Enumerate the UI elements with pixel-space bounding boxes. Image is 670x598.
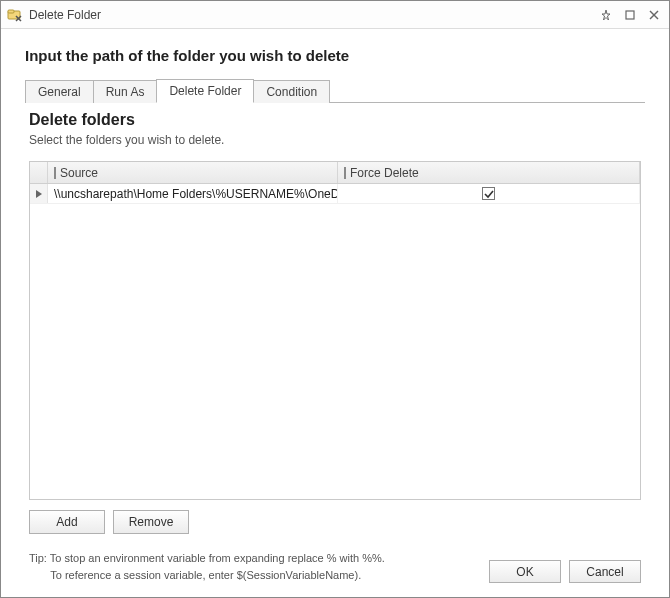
cell-force-delete[interactable]	[338, 184, 640, 203]
svg-rect-4	[626, 11, 634, 19]
grid-body[interactable]: \\uncsharepath\Home Folders\%USERNAME%\O…	[30, 184, 640, 499]
pin-icon[interactable]	[595, 6, 617, 24]
footer: Tip: To stop an environment variable fro…	[29, 550, 641, 583]
checkmark-icon	[484, 189, 494, 199]
window-title: Delete Folder	[29, 8, 593, 22]
table-row[interactable]: \\uncsharepath\Home Folders\%USERNAME%\O…	[30, 184, 640, 204]
tab-panel-delete-folder: Delete folders Select the folders you wi…	[25, 103, 645, 583]
column-header-force-delete-label: Force Delete	[350, 166, 419, 180]
add-button[interactable]: Add	[29, 510, 105, 534]
row-pointer-icon	[35, 190, 43, 198]
grid-button-row: Add Remove	[29, 510, 641, 534]
folders-grid: Source Force Delete \\uncsharepath\Home …	[29, 161, 641, 500]
row-indicator[interactable]	[30, 184, 48, 203]
folder-delete-icon	[7, 7, 23, 23]
maximize-icon[interactable]	[619, 6, 641, 24]
panel-description: Select the folders you wish to delete.	[29, 133, 641, 147]
ok-button[interactable]: OK	[489, 560, 561, 583]
column-grip-icon	[54, 167, 56, 179]
dialog-body: Input the path of the folder you wish to…	[1, 29, 669, 597]
column-header-force-delete[interactable]: Force Delete	[338, 162, 640, 183]
column-grip-icon	[344, 167, 346, 179]
tab-condition[interactable]: Condition	[253, 80, 330, 103]
tip-line-1: Tip: To stop an environment variable fro…	[29, 552, 385, 564]
tab-bar: General Run As Delete Folder Condition	[25, 78, 645, 103]
tip-line-2: To reference a session variable, enter $…	[50, 569, 361, 581]
tab-delete-folder[interactable]: Delete Folder	[156, 79, 254, 103]
tab-run-as[interactable]: Run As	[93, 80, 158, 103]
svg-marker-7	[36, 190, 42, 198]
close-icon[interactable]	[643, 6, 665, 24]
cell-source[interactable]: \\uncsharepath\Home Folders\%USERNAME%\O…	[48, 184, 338, 203]
tab-general[interactable]: General	[25, 80, 94, 103]
tip-text: Tip: To stop an environment variable fro…	[29, 550, 481, 583]
cancel-button[interactable]: Cancel	[569, 560, 641, 583]
column-header-source[interactable]: Source	[48, 162, 338, 183]
svg-rect-1	[8, 10, 14, 13]
column-header-source-label: Source	[60, 166, 98, 180]
panel-subheading: Delete folders	[29, 111, 641, 129]
grid-header-selector[interactable]	[30, 162, 48, 183]
remove-button[interactable]: Remove	[113, 510, 189, 534]
dialog-window: Delete Folder Input the path of the fold…	[0, 0, 670, 598]
grid-header: Source Force Delete	[30, 162, 640, 184]
force-delete-checkbox[interactable]	[482, 187, 495, 200]
page-heading: Input the path of the folder you wish to…	[25, 47, 645, 64]
titlebar: Delete Folder	[1, 1, 669, 29]
